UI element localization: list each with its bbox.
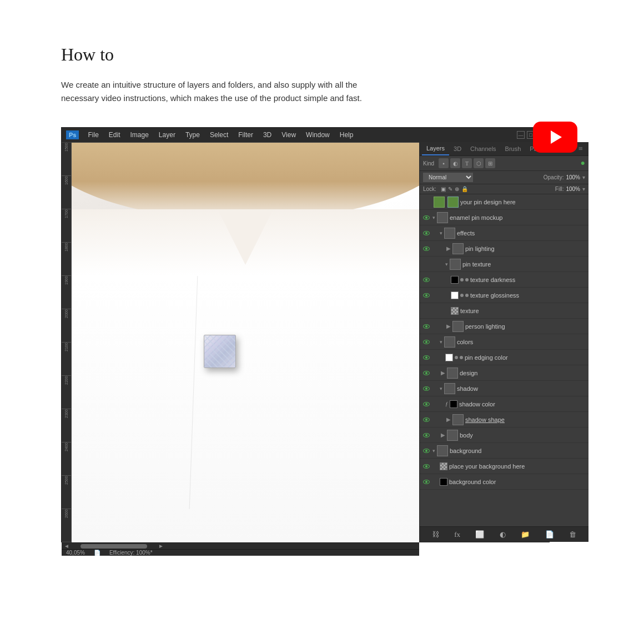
h-scrollbar-thumb[interactable] [80, 544, 147, 549]
menu-type[interactable]: Type [181, 130, 204, 140]
layer-expand-arrow[interactable]: ▶ [446, 245, 451, 251]
layer-item[interactable]: your pin design here [420, 194, 588, 210]
layer-item[interactable]: ▾ enamel pin mockup [420, 210, 588, 225]
menu-3d[interactable]: 3D [259, 130, 276, 140]
layer-eye-toggle[interactable] [422, 229, 431, 238]
filter-type-icon[interactable]: T [462, 158, 472, 168]
blend-mode-dropdown[interactable]: Normal [423, 173, 473, 182]
new-layer-button[interactable]: 📄 [545, 530, 554, 539]
tab-channels[interactable]: Channels [466, 143, 500, 155]
filter-pixel-icon[interactable]: ▪ [439, 158, 449, 168]
layer-expand-arrow[interactable]: ▶ [446, 323, 451, 329]
lock-transparency-icon[interactable]: ▣ [441, 186, 446, 192]
menu-select[interactable]: Select [205, 130, 233, 140]
menu-edit[interactable]: Edit [104, 130, 125, 140]
layer-mask-icon [460, 356, 463, 359]
layer-item[interactable]: ▶ design [420, 365, 588, 381]
menu-filter[interactable]: Filter [234, 130, 258, 140]
layer-eye-toggle[interactable] [422, 338, 431, 346]
layer-item[interactable]: texture [420, 303, 588, 319]
layer-item[interactable]: ▾ pin texture [420, 256, 588, 272]
lock-position-icon[interactable]: ⊕ [455, 186, 459, 192]
layer-item[interactable]: texture glossiness [420, 288, 588, 303]
layer-eye-toggle[interactable] [422, 462, 431, 471]
layer-eye-toggle[interactable] [422, 446, 431, 455]
folder-icon [454, 323, 462, 330]
layer-visibility-toggle[interactable] [422, 306, 431, 315]
layer-eye-toggle[interactable] [422, 400, 431, 409]
layer-expand-arrow[interactable]: ▶ [441, 370, 445, 376]
link-layers-button[interactable]: ⛓ [432, 530, 439, 539]
lock-paint-icon[interactable]: ✎ [448, 186, 452, 192]
layer-visibility-toggle[interactable] [422, 260, 431, 269]
youtube-play-button[interactable] [533, 122, 577, 153]
layer-collapse-chevron[interactable]: ▾ [432, 448, 435, 454]
menu-help[interactable]: Help [335, 130, 358, 140]
layer-folder-thumb [437, 212, 448, 223]
layer-eye-toggle[interactable] [422, 291, 431, 300]
tab-brush[interactable]: Brush [501, 143, 526, 155]
h-scrollbar[interactable]: ◄ ► [62, 542, 419, 549]
layers-list[interactable]: your pin design here ▾ enamel pin mock [420, 194, 588, 526]
layer-expand-arrow[interactable]: ▶ [441, 432, 445, 438]
layer-item[interactable]: place your background here [420, 459, 588, 474]
tab-layers[interactable]: Layers [422, 142, 449, 155]
layer-eye-toggle[interactable] [422, 275, 431, 284]
new-group-button[interactable]: 📁 [521, 530, 530, 539]
ruler-mark-v: 2000 [62, 309, 71, 343]
tab-3d[interactable]: 3D [449, 143, 466, 155]
filter-adjustment-icon[interactable]: ◐ [450, 158, 460, 168]
add-fx-button[interactable]: fx [454, 530, 460, 539]
layer-item[interactable]: background color [420, 474, 588, 490]
layer-collapse-chevron[interactable]: ▾ [445, 261, 448, 267]
filter-toggle[interactable]: ● [581, 159, 585, 168]
layer-item[interactable]: ▶ body [420, 427, 588, 443]
layer-eye-toggle[interactable] [422, 415, 431, 424]
menu-image[interactable]: Image [126, 130, 153, 140]
layer-expand-arrow[interactable]: ▶ [446, 416, 451, 422]
layer-eye-toggle[interactable] [422, 244, 431, 253]
layer-collapse-chevron[interactable]: ▾ [432, 215, 435, 220]
efficiency-status: Efficiency: 100%* [109, 550, 153, 556]
layer-collapse-chevron[interactable]: ▾ [440, 230, 442, 236]
layer-item[interactable]: texture darkness [420, 272, 588, 288]
layer-item[interactable]: ▾ background [420, 443, 588, 459]
lock-all-icon[interactable]: 🔒 [461, 186, 468, 192]
ruler-mark-v: 1500 [62, 143, 71, 176]
opacity-value: 100% [566, 174, 580, 180]
layer-item[interactable]: ▶ person lighting [420, 319, 588, 334]
layer-name: shadow shape [465, 416, 586, 423]
layer-eye-toggle[interactable] [422, 384, 431, 393]
menu-window[interactable]: Window [301, 130, 334, 140]
layer-eye-toggle[interactable] [422, 477, 431, 486]
layer-checker-swatch [451, 307, 459, 315]
eye-icon [423, 278, 430, 282]
layer-eye-toggle[interactable] [422, 431, 431, 440]
layer-eye-toggle[interactable] [422, 322, 431, 331]
add-adjustment-button[interactable]: ◐ [500, 530, 506, 539]
menu-layer[interactable]: Layer [154, 130, 180, 140]
layer-eye-toggle[interactable] [422, 353, 431, 362]
layer-item[interactable]: ▶ shadow shape [420, 412, 588, 427]
layer-item[interactable]: ▾ colors [420, 334, 588, 350]
menu-view[interactable]: View [277, 130, 300, 140]
filter-shape-icon[interactable]: ⬡ [474, 158, 484, 168]
canvas[interactable] [72, 143, 419, 542]
layer-collapse-chevron[interactable]: ▾ [440, 339, 442, 345]
menu-file[interactable]: File [83, 130, 103, 140]
add-mask-button[interactable]: ⬜ [475, 530, 484, 539]
layer-item[interactable]: ▾ shadow [420, 381, 588, 396]
layer-color-swatch [445, 354, 453, 361]
layer-item[interactable]: ▶ pin lighting [420, 241, 588, 256]
delete-layer-button[interactable]: 🗑 [569, 530, 576, 539]
layer-item[interactable]: pin edging color [420, 350, 588, 365]
layer-item[interactable]: ƒ shadow color [420, 396, 588, 412]
lock-row: Lock: ▣ ✎ ⊕ 🔒 Fill: 100% ▾ [420, 184, 588, 194]
filter-smart-icon[interactable]: ⊞ [485, 158, 495, 168]
window-minimize[interactable]: — [517, 131, 525, 139]
layer-eye-toggle[interactable] [422, 369, 431, 378]
layer-eye-toggle[interactable] [422, 213, 431, 222]
layer-item[interactable]: ▾ effects [420, 225, 588, 241]
layer-collapse-chevron[interactable]: ▾ [440, 386, 442, 391]
layer-visibility-toggle[interactable] [422, 197, 432, 207]
